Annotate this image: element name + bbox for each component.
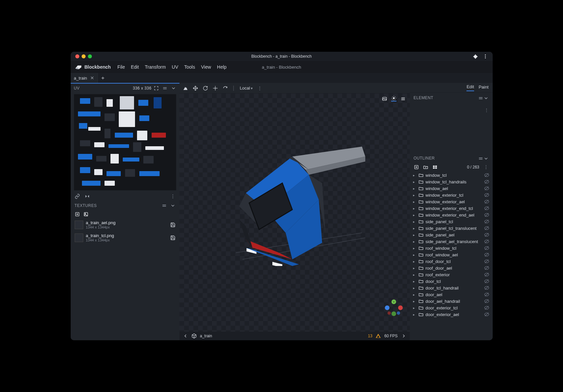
texture-row[interactable]: a_train_ael.png 1344 x 1344px: [73, 219, 177, 230]
visibility-toggle-icon[interactable]: [484, 305, 489, 310]
visibility-toggle-icon[interactable]: [484, 179, 489, 184]
chevron-left-icon[interactable]: [183, 333, 188, 339]
kebab-icon[interactable]: [170, 194, 176, 199]
chevron-right-icon[interactable]: ▸: [413, 240, 416, 243]
chevron-right-icon[interactable]: ▸: [413, 280, 416, 283]
outliner-node[interactable]: ▸door_exterior_ael: [412, 311, 491, 318]
outliner-node[interactable]: ▸side_panel_ael: [412, 231, 491, 238]
outliner-node[interactable]: ▸window_exterior_ael: [412, 198, 491, 205]
add-cube-icon[interactable]: [414, 164, 419, 170]
chevron-right-icon[interactable]: ▸: [413, 260, 416, 263]
hamburger-icon[interactable]: [400, 96, 406, 101]
panel-menu-icon[interactable]: [162, 203, 167, 208]
visibility-toggle-icon[interactable]: [484, 239, 489, 244]
save-texture-icon[interactable]: [170, 222, 176, 228]
visibility-toggle-icon[interactable]: [484, 265, 489, 271]
visibility-toggle-icon[interactable]: [484, 312, 489, 317]
visibility-toggle-icon[interactable]: [484, 172, 489, 178]
transform-space-select[interactable]: Local▾: [240, 86, 253, 91]
visibility-toggle-icon[interactable]: [484, 285, 489, 291]
outliner-node[interactable]: ▸door_ael_handrail: [412, 298, 491, 304]
add-group-icon[interactable]: [423, 164, 428, 170]
chevron-right-icon[interactable]: ▸: [413, 193, 416, 197]
outliner-node[interactable]: ▸window_exterior_end_ael: [412, 212, 491, 218]
outliner-tree[interactable]: ▸window_tcl▸window_tcl_handrails▸window_…: [410, 171, 493, 340]
chevron-right-icon[interactable]: ▸: [413, 313, 416, 316]
maximize-window-button[interactable]: [88, 54, 92, 58]
kebab-icon[interactable]: ⋮: [484, 107, 489, 112]
outliner-node[interactable]: ▸door_tcl_handrail: [412, 285, 491, 291]
outliner-node[interactable]: ▸door_ael: [412, 291, 491, 298]
minimize-window-button[interactable]: [82, 54, 86, 58]
chevron-down-icon[interactable]: [171, 86, 176, 91]
extension-icon[interactable]: [473, 54, 478, 59]
panel-menu-icon[interactable]: [162, 86, 168, 91]
panel-menu-icon[interactable]: [478, 156, 483, 161]
menu-view[interactable]: View: [201, 64, 211, 70]
menu-uv[interactable]: UV: [172, 64, 178, 70]
outliner-node[interactable]: ▸door_tcl: [412, 278, 491, 285]
visibility-toggle-icon[interactable]: [484, 292, 489, 297]
kebab-icon[interactable]: [483, 164, 489, 170]
move-tool-icon[interactable]: [193, 86, 198, 91]
close-window-button[interactable]: [75, 54, 79, 58]
screenshot-icon[interactable]: [382, 96, 387, 101]
kebab-menu-icon[interactable]: [483, 54, 488, 59]
warning-count[interactable]: 13: [368, 334, 372, 338]
chevron-right-icon[interactable]: ▸: [413, 306, 416, 310]
outliner-node[interactable]: ▸window_tcl: [412, 172, 491, 178]
uv-editor[interactable]: [74, 94, 176, 190]
chevron-right-icon[interactable]: ▸: [413, 299, 416, 303]
tab-edit[interactable]: Edit: [466, 84, 474, 91]
chevron-right-icon[interactable]: ▸: [413, 273, 416, 277]
transform-space-icon[interactable]: [223, 86, 228, 91]
chevron-right-icon[interactable]: ▸: [413, 266, 416, 270]
menu-help[interactable]: Help: [217, 64, 227, 70]
outliner-node[interactable]: ▸window_tcl_handrails: [412, 178, 491, 185]
chevron-right-icon[interactable]: [401, 333, 406, 339]
tab-paint[interactable]: Paint: [479, 85, 489, 91]
chevron-right-icon[interactable]: ▸: [413, 220, 416, 224]
outliner-node[interactable]: ▸roof_window_ael: [412, 251, 491, 258]
orientation-gizmo[interactable]: Y: [384, 298, 404, 318]
rotate-tool-icon[interactable]: [203, 86, 208, 91]
visibility-toggle-icon[interactable]: [484, 232, 489, 237]
save-texture-icon[interactable]: [170, 235, 176, 240]
visibility-toggle-icon[interactable]: [484, 259, 489, 264]
outliner-node[interactable]: ▸side_panel_tcl: [412, 218, 491, 225]
chevron-right-icon[interactable]: ▸: [413, 207, 416, 210]
chevron-right-icon[interactable]: ▸: [413, 286, 416, 290]
chevron-right-icon[interactable]: ▸: [413, 173, 416, 177]
outliner-node[interactable]: ▸roof_door_ael: [412, 265, 491, 271]
import-texture-icon[interactable]: [75, 212, 80, 217]
chevron-right-icon[interactable]: ▸: [413, 213, 416, 217]
visibility-toggle-icon[interactable]: [484, 226, 489, 231]
close-tab-icon[interactable]: ✕: [90, 75, 94, 81]
app-logo[interactable]: Blockbench: [71, 64, 115, 70]
texture-row[interactable]: a_train_tcl.png 1344 x 1344px: [73, 232, 177, 243]
chevron-right-icon[interactable]: ▸: [413, 180, 416, 184]
visibility-toggle-icon[interactable]: [484, 279, 489, 284]
chevron-right-icon[interactable]: ▸: [413, 200, 416, 204]
new-tab-button[interactable]: ＋: [98, 73, 108, 83]
warning-icon[interactable]: [376, 333, 381, 339]
outliner-node[interactable]: ▸window_exterior_end_tcl: [412, 205, 491, 212]
visibility-toggle-icon[interactable]: [484, 192, 489, 198]
chevron-right-icon[interactable]: ▸: [413, 246, 416, 250]
chevron-down-icon[interactable]: [483, 156, 489, 161]
chevron-down-icon[interactable]: [483, 96, 489, 101]
outliner-node[interactable]: ▸window_ael: [412, 185, 491, 192]
outliner-node[interactable]: ▸roof_door_tcl: [412, 258, 491, 265]
pivot-tool-icon[interactable]: [213, 86, 218, 91]
outliner-node[interactable]: ▸roof_exterior: [412, 271, 491, 278]
create-texture-icon[interactable]: [83, 212, 89, 217]
chevron-right-icon[interactable]: ▸: [413, 227, 416, 230]
visibility-toggle-icon[interactable]: [484, 272, 489, 277]
outliner-node[interactable]: ▸window_exterior_tcl: [412, 192, 491, 198]
chevron-right-icon[interactable]: ▸: [413, 293, 416, 296]
chevron-right-icon[interactable]: ▸: [413, 187, 416, 190]
shading-icon[interactable]: [391, 96, 396, 101]
visibility-toggle-icon[interactable]: [484, 298, 489, 304]
chevron-right-icon[interactable]: ▸: [413, 253, 416, 257]
mirror-icon[interactable]: [85, 194, 90, 199]
